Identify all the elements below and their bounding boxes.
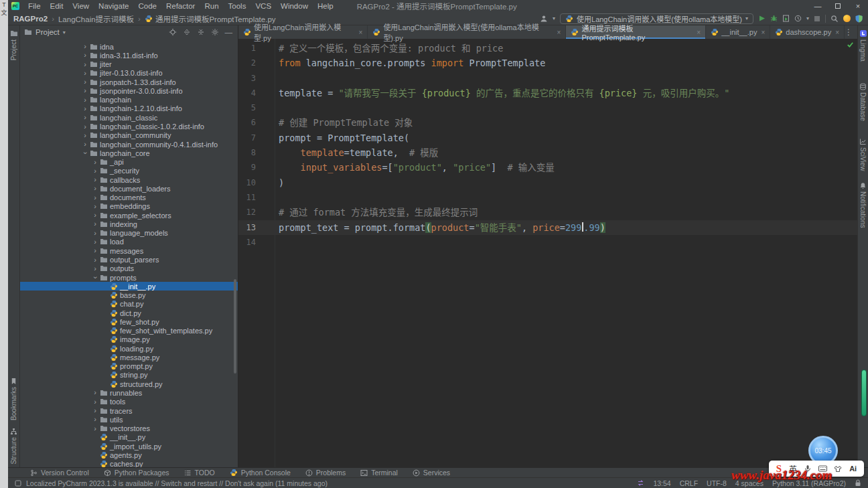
code-line[interactable]: 6# 创建 PromptTemplate 对象 — [238, 115, 857, 130]
run-with-coverage-button[interactable] — [782, 15, 790, 22]
code-line[interactable]: 14 — [238, 235, 857, 250]
run-button[interactable] — [758, 15, 766, 22]
chevron-right-icon[interactable]: › — [90, 425, 100, 432]
project-panel-title[interactable]: Project — [35, 28, 60, 36]
tool-window-button-problems[interactable]: Problems — [298, 469, 353, 477]
editor-tab[interactable]: 使用LangChain调用嵌入模型(使用ollama本地模型).py× — [368, 25, 566, 39]
debug-button[interactable] — [770, 15, 778, 22]
tree-row[interactable]: ›langchain-1.2.10.dist-info — [20, 104, 238, 113]
breadcrumb-item[interactable]: RAGPro2 — [13, 15, 48, 23]
tree-row[interactable]: ›tracers — [20, 406, 238, 415]
menu-item-code[interactable]: Code — [133, 2, 161, 10]
chevron-right-icon[interactable]: › — [90, 203, 100, 210]
tree-row[interactable]: ›load — [20, 238, 238, 246]
status-message[interactable]: Localized PyCharm 2023.1.3 is available … — [26, 479, 328, 487]
tree-row[interactable]: ›jiter-0.13.0.dist-info — [20, 69, 238, 78]
shield-icon[interactable] — [855, 15, 863, 23]
tab-close-icon[interactable]: × — [359, 29, 363, 36]
tab-close-icon[interactable]: × — [835, 29, 839, 36]
code-line[interactable]: 2from langchain_core.prompts import Prom… — [238, 56, 857, 70]
tree-row[interactable]: prompt.py — [20, 362, 238, 371]
code-line[interactable]: 11 — [238, 190, 857, 205]
microphone-icon[interactable] — [804, 465, 811, 473]
chevron-right-icon[interactable]: › — [90, 407, 100, 414]
chevron-right-icon[interactable]: › — [80, 61, 90, 68]
menu-item-run[interactable]: Run — [200, 2, 223, 10]
tree-row[interactable]: chat.py — [20, 300, 238, 309]
chevron-right-icon[interactable]: › — [90, 389, 100, 396]
skin-icon[interactable] — [834, 465, 842, 473]
tree-row[interactable]: few_shot_with_templates.py — [20, 327, 238, 335]
more-options-icon[interactable]: ⋮ — [845, 27, 853, 37]
gear-icon[interactable] — [211, 28, 219, 36]
menu-item-tools[interactable]: Tools — [224, 2, 251, 10]
tree-row[interactable]: ›example_selectors — [20, 211, 238, 220]
tree-row[interactable]: ›language_models — [20, 229, 238, 238]
line-ending-indicator[interactable]: CRLF — [680, 479, 698, 487]
chevron-right-icon[interactable]: › — [90, 265, 100, 272]
chevron-right-icon[interactable]: › — [90, 185, 100, 192]
tree-row[interactable]: ›output_parsers — [20, 255, 238, 264]
tree-row[interactable]: ›callbacks — [20, 175, 238, 184]
tool-window-stripe-notifications[interactable]: Notifications — [858, 182, 868, 228]
tree-row[interactable]: ›tools — [20, 398, 238, 406]
tree-row[interactable]: ›messages — [20, 246, 238, 255]
tool-window-button-version-control[interactable]: Version Control — [23, 469, 96, 477]
chevron-right-icon[interactable]: › — [90, 256, 100, 264]
tool-window-stripe-sciview[interactable]: SciView — [858, 138, 868, 171]
code-line[interactable]: 13prompt_text = prompt.format(product="智… — [238, 220, 857, 235]
menu-item-refactor[interactable]: Refactor — [161, 2, 200, 10]
tree-row[interactable]: ›embeddings — [20, 202, 238, 211]
chevron-right-icon[interactable]: › — [90, 398, 100, 406]
chevron-right-icon[interactable]: › — [90, 416, 100, 423]
tree-row[interactable]: ›langchain_classic — [20, 113, 238, 122]
code-line[interactable]: 9 input_variables=["product", "price"] #… — [238, 160, 857, 175]
code-with-me-icon[interactable] — [843, 15, 851, 22]
search-everywhere-button[interactable] — [830, 15, 839, 23]
chevron-right-icon[interactable]: › — [90, 247, 100, 254]
tab-close-icon[interactable]: × — [761, 29, 765, 36]
tool-window-button-services[interactable]: Services — [405, 469, 457, 477]
chevron-right-icon[interactable]: › — [90, 194, 100, 201]
chevron-right-icon[interactable]: › — [90, 176, 100, 183]
menu-item-navigate[interactable]: Navigate — [94, 2, 133, 10]
maximize-button[interactable] — [828, 0, 848, 12]
breadcrumb-item[interactable]: LangChain提示词模板 — [58, 13, 134, 24]
hide-panel-button[interactable]: — — [225, 28, 233, 36]
chevron-right-icon[interactable]: › — [90, 220, 100, 228]
ime-language-indicator[interactable]: 英 — [789, 463, 797, 475]
chevron-right-icon[interactable]: › — [90, 238, 100, 246]
code-line[interactable]: 1# 定义一个模板，包含两个变量: product 和 price — [238, 41, 857, 56]
tool-window-stripe-project[interactable]: Project — [8, 29, 19, 60]
tool-window-button-todo[interactable]: TODO — [177, 469, 222, 477]
tree-row[interactable]: ›outputs — [20, 264, 238, 273]
tree-row[interactable]: ›prompts — [20, 273, 238, 282]
keyboard-icon[interactable] — [818, 465, 827, 472]
assistant-edge-indicator[interactable] — [861, 370, 867, 416]
tree-row[interactable]: ›jsonpointer-3.0.0.dist-info — [20, 86, 238, 95]
tree-row[interactable]: few_shot.py — [20, 317, 238, 326]
code-line[interactable]: 4template = "请帮我写一段关于 {product} 的广告，重点是它… — [238, 86, 857, 100]
code-line[interactable]: 3 — [238, 71, 857, 86]
chevron-down-icon[interactable]: › — [92, 273, 99, 282]
ime-ai-button[interactable]: Ai — [849, 465, 857, 473]
chevron-right-icon[interactable]: › — [80, 87, 90, 94]
menu-item-vcs[interactable]: VCS — [250, 2, 276, 10]
tree-row[interactable]: ›idna-3.11.dist-info — [20, 51, 238, 60]
chevron-right-icon[interactable]: › — [80, 123, 90, 131]
tool-window-button-python-console[interactable]: Python Console — [222, 469, 298, 477]
tool-window-button-python-packages[interactable]: Python Packages — [96, 469, 177, 477]
tool-window-stripe-structure[interactable]: Structure — [8, 428, 19, 465]
code-line[interactable]: 8 template=template, # 模版 — [238, 145, 857, 160]
chevron-right-icon[interactable]: › — [90, 230, 100, 237]
tree-row[interactable]: structured.py — [20, 380, 238, 388]
tool-window-button-terminal[interactable]: Terminal — [353, 469, 405, 477]
tree-row[interactable]: ›idna — [20, 42, 238, 51]
tree-row[interactable]: agents.py — [20, 451, 238, 459]
chevron-right-icon[interactable]: › — [80, 105, 90, 112]
indent-indicator[interactable]: 4 spaces — [735, 479, 764, 487]
code-line[interactable]: 7prompt = PromptTemplate( — [238, 131, 857, 145]
code-line[interactable]: 5 — [238, 100, 857, 115]
chevron-right-icon[interactable]: › — [80, 70, 90, 77]
chevron-right-icon[interactable]: › — [90, 167, 100, 175]
